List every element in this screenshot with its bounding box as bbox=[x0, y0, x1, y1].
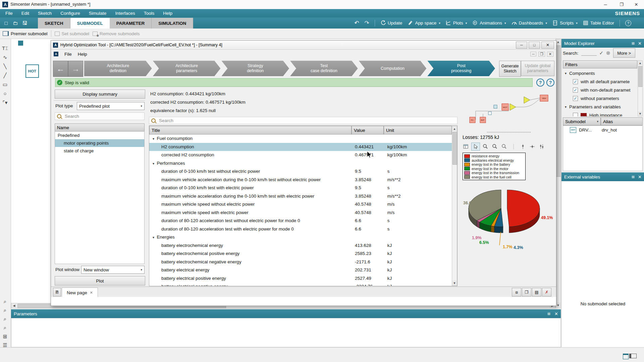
table-row[interactable]: duration of 0-100 km/h test with electri… bbox=[149, 184, 452, 192]
table-row[interactable]: maximum vehicle acceleration during the … bbox=[149, 192, 452, 201]
wizard-step-1[interactable]: Architecturedefinition bbox=[84, 61, 152, 76]
more-button[interactable]: More > bbox=[613, 48, 635, 58]
tree-item-motor-operating-points[interactable]: motor operating points bbox=[55, 139, 144, 147]
checkbox[interactable]: ✓ bbox=[573, 88, 578, 93]
table-row[interactable]: duration of 0-100 km/h test without elec… bbox=[149, 167, 452, 176]
submodel-row[interactable]: HOT DRV... drv_hot bbox=[563, 126, 642, 134]
drag-handle[interactable] bbox=[582, 116, 622, 117]
redo-icon[interactable]: ↷ bbox=[365, 19, 369, 27]
collapse-icon[interactable]: ▾ bbox=[563, 71, 567, 75]
table-search-input[interactable] bbox=[158, 118, 405, 123]
unit-column-header[interactable]: Unit bbox=[384, 126, 452, 135]
plot-search-field[interactable] bbox=[55, 112, 145, 120]
table-row[interactable]: ▾ Performances bbox=[149, 159, 452, 168]
table-row[interactable]: corrected H2 consumption0.467571kg/100km bbox=[149, 151, 452, 159]
close-panel-icon[interactable]: ✕ bbox=[638, 174, 642, 179]
float-panel-icon[interactable]: ⊞ bbox=[632, 175, 635, 179]
close-panel-icon[interactable]: ✕ bbox=[638, 41, 642, 46]
table-search-field[interactable] bbox=[149, 117, 458, 124]
back-step-button[interactable]: ← bbox=[53, 61, 68, 77]
line-tool-icon[interactable]: ╲ bbox=[1, 62, 9, 71]
update-global-parameters-button[interactable]: Update global parameters bbox=[521, 61, 554, 76]
mdi-minimize-icon[interactable]: ─ bbox=[530, 52, 536, 56]
spline-tool-icon[interactable]: ╱ bbox=[1, 71, 9, 80]
action-plots[interactable]: Plots▾ bbox=[446, 20, 467, 26]
wizard-step-3[interactable]: Strategydefinition bbox=[221, 61, 289, 76]
menu-tools[interactable]: Tools bbox=[140, 11, 159, 16]
table-row[interactable]: H2 consumption0.443421kg/100km bbox=[149, 143, 452, 151]
table-view-icon[interactable] bbox=[462, 143, 470, 150]
wizard-step-6[interactable]: Postprocessing bbox=[427, 61, 495, 76]
signal-tool-icon[interactable]: ∿ bbox=[1, 53, 9, 62]
help-icon[interactable]: ? bbox=[625, 20, 631, 26]
name-column-header[interactable]: Name bbox=[55, 123, 145, 132]
tab-sketch[interactable]: SKETCH bbox=[38, 18, 70, 29]
new-page-icon[interactable]: 🖹︎ bbox=[53, 288, 61, 297]
filter-high-importance[interactable]: High importance bbox=[563, 111, 637, 116]
tree-item-state-of-charge[interactable]: state of charge bbox=[55, 147, 144, 155]
wizard-step-2[interactable]: Architectureparameters bbox=[153, 61, 221, 76]
tab-parameter[interactable]: PARAMETER bbox=[110, 18, 152, 29]
float-panel-icon[interactable]: ⊞ bbox=[547, 312, 550, 316]
checkbox[interactable]: ✓ bbox=[573, 96, 578, 101]
undo-icon[interactable]: ↶ bbox=[354, 19, 359, 27]
menu-sketch[interactable]: Sketch bbox=[34, 11, 56, 16]
table-row[interactable]: duration of 80-120 acceleration test wit… bbox=[149, 217, 452, 225]
action-table-editor[interactable]: Table Editor bbox=[583, 20, 614, 26]
zoom-in-tool-icon[interactable]: ⌕ bbox=[1, 297, 9, 306]
dialog-menu-help[interactable]: Help bbox=[78, 52, 87, 57]
double-slider-icon[interactable] bbox=[538, 143, 546, 150]
context-help-icon[interactable]: ? bbox=[546, 79, 554, 87]
checkbox[interactable] bbox=[573, 113, 578, 116]
zoom-out-icon[interactable] bbox=[491, 143, 499, 150]
forward-step-button[interactable]: → bbox=[68, 61, 83, 77]
external-variables-header[interactable]: External variables ⊞ ✕ bbox=[561, 172, 644, 181]
split-view-icon[interactable]: ▤ bbox=[532, 288, 541, 297]
set-submodel-button[interactable]: Set submodel bbox=[55, 31, 90, 36]
model-explorer-header[interactable]: Model Explorer ⊞ ✕ bbox=[561, 39, 644, 48]
plot-window-select[interactable]: New window▾ bbox=[81, 266, 145, 274]
action-dashboards[interactable]: Dashboards▾ bbox=[512, 20, 547, 26]
dialog-titlebar[interactable]: A Hybrid Optimization Tool - [C:/AMETest… bbox=[51, 41, 556, 50]
collapse-icon[interactable]: ▾ bbox=[153, 137, 154, 141]
plot-button[interactable]: Plot bbox=[55, 276, 145, 286]
display-summary-button[interactable]: Display summary bbox=[55, 90, 145, 99]
zoom-dynamic-icon[interactable] bbox=[481, 143, 489, 150]
menu-help[interactable]: Help bbox=[159, 11, 177, 16]
table-row[interactable]: duration of 80-120 acceleration test wit… bbox=[149, 225, 452, 234]
new-file-icon[interactable]: □︎ bbox=[2, 19, 10, 27]
close-tab-icon[interactable]: ✕ bbox=[90, 291, 93, 295]
table-row[interactable]: maximum vehicle speed with electric powe… bbox=[149, 209, 452, 217]
tree-root[interactable]: Predefined bbox=[55, 132, 144, 139]
plot-type-select[interactable]: Predefined plot▾ bbox=[77, 102, 145, 110]
table-row[interactable]: maximum vehicle speed without electric p… bbox=[149, 200, 452, 209]
menu-configure[interactable]: Configure bbox=[56, 11, 85, 16]
text-tool-icon[interactable]: T⌶ bbox=[1, 44, 9, 53]
chevron-down-icon[interactable]: ▾ bbox=[466, 21, 467, 25]
chevron-down-icon[interactable]: ▾ bbox=[576, 21, 578, 25]
remove-submodels-button[interactable]: ⊗ Remove submodels bbox=[93, 31, 140, 36]
save-icon[interactable]: 🖫︎ bbox=[21, 19, 29, 27]
hot-component[interactable]: HOT bbox=[25, 64, 39, 78]
tab-submodel[interactable]: SUBMODEL bbox=[70, 18, 110, 29]
filter-with-non-default-paramet[interactable]: ✓with non-default paramet bbox=[563, 86, 637, 94]
drag-handle[interactable] bbox=[487, 132, 531, 133]
collapse-icon[interactable]: ▾ bbox=[153, 162, 154, 165]
collapse-icon[interactable]: ▾ bbox=[153, 236, 154, 239]
zoom-fit-tool-icon[interactable]: ⌕ bbox=[1, 315, 9, 323]
collapse-icon[interactable]: ▾ bbox=[563, 105, 567, 109]
parameters-panel-header[interactable]: Parameters ⊞ ✕ bbox=[11, 309, 561, 318]
premier-submodel-button[interactable]: Premier submodel bbox=[3, 31, 48, 36]
generate-sketch-button[interactable]: Generate Sketch bbox=[499, 61, 521, 77]
minimize-button[interactable]: ─ bbox=[599, 1, 612, 8]
dialog-menu-file[interactable]: File bbox=[64, 52, 72, 57]
table-row[interactable]: battery electrical positive energy2527.4… bbox=[149, 274, 452, 283]
help-icon[interactable]: ? bbox=[536, 79, 544, 87]
menu-simulate[interactable]: Simulate bbox=[85, 11, 111, 16]
layout-split-icon[interactable] bbox=[629, 354, 637, 358]
crosshair-tool-icon[interactable] bbox=[528, 143, 536, 150]
chevron-down-icon[interactable]: ▾ bbox=[439, 21, 440, 25]
title-column-header[interactable]: Title bbox=[149, 126, 352, 135]
tab-simulation[interactable]: SIMULATION bbox=[152, 18, 193, 29]
table-scrollbar[interactable]: ▲ ▼ bbox=[452, 126, 457, 286]
